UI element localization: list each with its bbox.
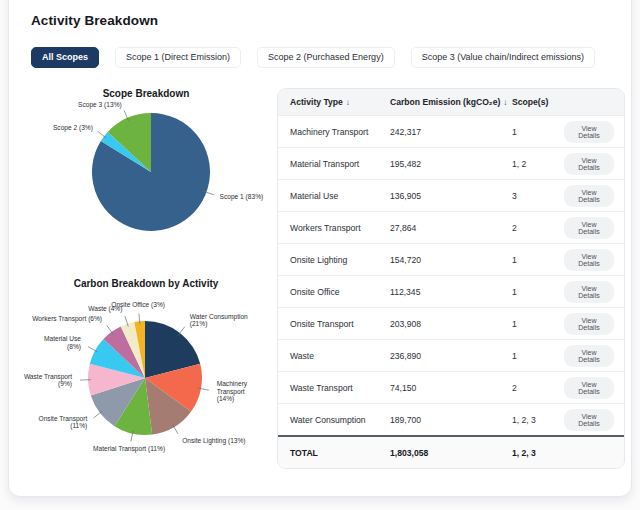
emission-cell: 242,317 (390, 127, 512, 137)
pie-label-scope-3: Scope 3 (13%) (78, 101, 122, 109)
scope-breakdown-pie: Scope 1 (83%)Scope 2 (3%)Scope 3 (13%) (15, 100, 277, 252)
sort-icon-activity-type[interactable]: ↓ (346, 98, 350, 107)
total-scopes: 1, 2, 3 (512, 448, 564, 458)
total-emission: 1,803,058 (390, 448, 512, 458)
action-cell: View Details (564, 121, 624, 143)
activity-cell: Onsite Office (278, 287, 390, 297)
scopes-cell: 1 (512, 351, 564, 361)
table-row-onsite-lighting: Onsite Lighting154,7201View Details (278, 243, 624, 275)
tab-scope-3-value-chain-indirect-emissions[interactable]: Scope 3 (Value chain/Indirect emissions) (411, 47, 595, 68)
activity-cell: Material Use (278, 191, 390, 201)
column-header-scope-s: Scope(s) (512, 97, 564, 107)
activity-cell: Material Transport (278, 159, 390, 169)
leader-line-scope-2 (98, 131, 107, 138)
activity-cell: Onsite Transport (278, 319, 390, 329)
leader-line-onsite-transport (94, 411, 103, 418)
activity-cell: Onsite Lighting (278, 255, 390, 265)
activity-cell: Water Consumption (278, 415, 390, 425)
activity-cell: Machinery Transport (278, 127, 390, 137)
table-row-workers-transport: Workers Transport27,8642View Details (278, 211, 624, 243)
emission-cell: 203,908 (390, 319, 512, 329)
sort-icon-carbon-emission-kgco-e[interactable]: ↓ (503, 98, 507, 107)
action-cell: View Details (564, 377, 624, 399)
table-row-onsite-transport: Onsite Transport203,9081View Details (278, 307, 624, 339)
table-row-material-use: Material Use136,9053View Details (278, 179, 624, 211)
carbon-breakdown-pie: Water Consumption(21%)MachineryTransport… (15, 290, 277, 468)
scopes-cell: 1 (512, 127, 564, 137)
scopes-cell: 3 (512, 191, 564, 201)
leader-line-workers-transport (107, 325, 113, 334)
column-header-activity-type[interactable]: Activity Type↓ (278, 97, 390, 107)
emission-cell: 74,150 (390, 383, 512, 393)
view-details-button-onsite-office[interactable]: View Details (564, 281, 614, 303)
table-row-onsite-office: Onsite Office112,3451View Details (278, 275, 624, 307)
table-row-machinery-transport: Machinery Transport242,3171View Details (278, 115, 624, 147)
action-cell: View Details (564, 313, 624, 335)
view-details-button-onsite-transport[interactable]: View Details (564, 313, 614, 335)
action-cell: View Details (564, 217, 624, 239)
carbon-breakdown-chart: Carbon Breakdown by Activity Water Consu… (15, 278, 277, 468)
content-area: Scope Breakdown Scope 1 (83%)Scope 2 (3%… (23, 88, 625, 469)
emission-cell: 236,890 (390, 351, 512, 361)
view-details-button-material-transport[interactable]: View Details (564, 153, 614, 175)
pie-label-material-transport: Material Transport (11%) (93, 445, 165, 453)
activity-cell: Workers Transport (278, 223, 390, 233)
scopes-cell: 1, 2 (512, 159, 564, 169)
leader-line-water-consumption (178, 327, 185, 336)
emission-cell: 136,905 (390, 191, 512, 201)
view-details-button-onsite-lighting[interactable]: View Details (564, 249, 614, 271)
scope-tabs: All ScopesScope 1 (Direct Emission)Scope… (23, 47, 625, 68)
scopes-cell: 1 (512, 319, 564, 329)
scopes-cell: 2 (512, 383, 564, 393)
scopes-cell: 1 (512, 255, 564, 265)
table-column: Activity Type↓Carbon Emission (kgCO₂e)↓S… (277, 88, 625, 469)
pie-label-waste-transport: Waste Transport(9%) (24, 373, 72, 389)
view-details-button-machinery-transport[interactable]: View Details (564, 121, 614, 143)
activity-cell: Waste Transport (278, 383, 390, 393)
emission-cell: 195,482 (390, 159, 512, 169)
activity-table-body: Machinery Transport242,3171View DetailsM… (278, 115, 624, 435)
pie-label-machinery-transport: MachineryTransport(14%) (217, 380, 248, 403)
action-cell: View Details (564, 409, 624, 431)
activity-breakdown-card: Activity Breakdown All ScopesScope 1 (Di… (8, 0, 632, 497)
action-cell: View Details (564, 185, 624, 207)
view-details-button-waste-transport[interactable]: View Details (564, 377, 614, 399)
view-details-button-workers-transport[interactable]: View Details (564, 217, 614, 239)
pie-label-workers-transport: Workers Transport (6%) (32, 315, 102, 323)
view-details-button-water-consumption[interactable]: View Details (564, 409, 614, 431)
emission-cell: 27,864 (390, 223, 512, 233)
pie-label-material-use: Material Use(8%) (44, 335, 81, 351)
charts-column: Scope Breakdown Scope 1 (83%)Scope 2 (3%… (15, 88, 277, 469)
emission-cell: 154,720 (390, 255, 512, 265)
pie-label-onsite-transport: Onsite Transport(11%) (39, 415, 88, 431)
table-row-waste-transport: Waste Transport74,1502View Details (278, 371, 624, 403)
tab-all-scopes[interactable]: All Scopes (31, 47, 99, 68)
tab-scope-1-direct-emission[interactable]: Scope 1 (Direct Emission) (115, 47, 241, 68)
view-details-button-waste[interactable]: View Details (564, 345, 614, 367)
table-header-row: Activity Type↓Carbon Emission (kgCO₂e)↓S… (278, 89, 624, 115)
action-cell: View Details (564, 345, 624, 367)
pie-label-water-consumption: Water Consumption(21%) (190, 313, 248, 329)
pie-label-onsite-office: Onsite Office (3%) (111, 301, 165, 309)
scopes-cell: 1 (512, 287, 564, 297)
pie-label-onsite-lighting: Onsite Lighting (13%) (182, 437, 245, 445)
page-title: Activity Breakdown (23, 13, 625, 28)
table-total-row: TOTAL 1,803,058 1, 2, 3 (278, 435, 624, 468)
pie-label-scope-1: Scope 1 (83%) (220, 193, 264, 201)
column-header-carbon-emission-kgco-e[interactable]: Carbon Emission (kgCO₂e)↓ (390, 97, 512, 107)
scopes-cell: 1, 2, 3 (512, 415, 564, 425)
activity-table: Activity Type↓Carbon Emission (kgCO₂e)↓S… (277, 88, 625, 469)
scope-breakdown-title: Scope Breakdown (15, 88, 277, 99)
table-row-water-consumption: Water Consumption189,7001, 2, 3View Deta… (278, 403, 624, 435)
emission-cell: 189,700 (390, 415, 512, 425)
emission-cell: 112,345 (390, 287, 512, 297)
table-row-material-transport: Material Transport195,4821, 2View Detail… (278, 147, 624, 179)
tab-scope-2-purchased-energy[interactable]: Scope 2 (Purchased Energy) (257, 47, 395, 68)
scope-breakdown-chart: Scope Breakdown Scope 1 (83%)Scope 2 (3%… (15, 88, 277, 252)
action-cell: View Details (564, 153, 624, 175)
scopes-cell: 2 (512, 223, 564, 233)
view-details-button-material-use[interactable]: View Details (564, 185, 614, 207)
action-cell: View Details (564, 281, 624, 303)
carbon-breakdown-title: Carbon Breakdown by Activity (15, 278, 277, 289)
table-row-waste: Waste236,8901View Details (278, 339, 624, 371)
